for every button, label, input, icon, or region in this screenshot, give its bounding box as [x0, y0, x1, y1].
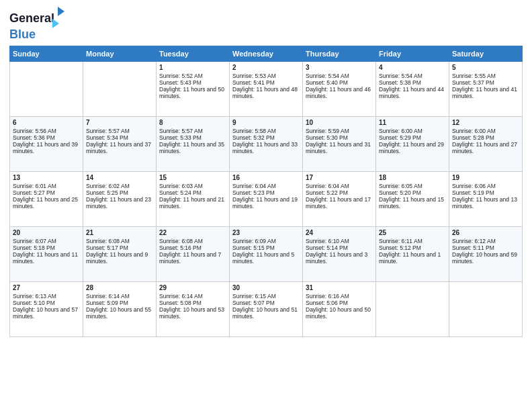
- day-info: Daylight: 10 hours and 53 minutes.: [159, 306, 226, 320]
- day-info: Daylight: 11 hours and 39 minutes.: [13, 141, 80, 154]
- day-info: Sunrise: 6:14 AM: [86, 293, 153, 300]
- day-info: Sunset: 5:27 PM: [13, 189, 80, 196]
- day-number: 28: [86, 284, 153, 291]
- calendar-cell: 13Sunrise: 6:01 AMSunset: 5:27 PMDayligh…: [10, 171, 83, 226]
- calendar-cell: 25Sunrise: 6:11 AMSunset: 5:12 PMDayligh…: [376, 226, 449, 281]
- day-info: Daylight: 11 hours and 11 minutes.: [13, 251, 80, 265]
- day-info: Daylight: 11 hours and 17 minutes.: [306, 196, 373, 210]
- day-info: Daylight: 11 hours and 44 minutes.: [379, 86, 446, 99]
- calendar-cell: 24Sunrise: 6:10 AMSunset: 5:14 PMDayligh…: [303, 226, 376, 281]
- day-info: Sunrise: 6:14 AM: [159, 293, 226, 300]
- calendar-cell: 26Sunrise: 6:12 AMSunset: 5:11 PMDayligh…: [449, 226, 523, 281]
- day-info: Sunrise: 5:53 AM: [232, 73, 300, 79]
- calendar-cell: [10, 61, 83, 116]
- day-number: 16: [232, 174, 300, 181]
- day-info: Daylight: 11 hours and 27 minutes.: [452, 141, 519, 154]
- day-info: Sunset: 5:30 PM: [306, 134, 373, 141]
- day-number: 1: [159, 64, 226, 71]
- day-number: 26: [452, 229, 519, 236]
- day-number: 29: [159, 284, 226, 291]
- calendar-cell: 7Sunrise: 5:57 AMSunset: 5:34 PMDaylight…: [83, 116, 157, 171]
- day-info: Sunset: 5:28 PM: [452, 134, 519, 141]
- day-info: Sunset: 5:22 PM: [306, 189, 373, 196]
- day-info: Sunset: 5:07 PM: [232, 300, 300, 306]
- day-info: Daylight: 10 hours and 50 minutes.: [306, 306, 373, 320]
- day-info: Sunrise: 5:56 AM: [13, 128, 80, 134]
- day-info: Sunrise: 6:12 AM: [452, 238, 519, 244]
- day-info: Sunrise: 5:57 AM: [86, 128, 153, 134]
- day-number: 14: [86, 174, 153, 181]
- day-info: Sunset: 5:08 PM: [159, 300, 226, 306]
- calendar-cell: 22Sunrise: 6:08 AMSunset: 5:16 PMDayligh…: [157, 226, 230, 281]
- day-number: 3: [306, 64, 373, 71]
- day-info: Sunset: 5:37 PM: [452, 79, 519, 86]
- calendar-cell: 3Sunrise: 5:54 AMSunset: 5:40 PMDaylight…: [303, 61, 376, 116]
- day-number: 13: [13, 174, 80, 181]
- day-info: Daylight: 11 hours and 1 minute.: [379, 251, 446, 265]
- day-number: 20: [13, 229, 80, 236]
- weekday-header-wednesday: Wednesday: [230, 46, 303, 61]
- calendar-cell: 29Sunrise: 6:14 AMSunset: 5:08 PMDayligh…: [157, 281, 230, 336]
- day-number: 18: [379, 174, 446, 181]
- day-info: Sunrise: 5:54 AM: [306, 73, 373, 79]
- weekday-header-friday: Friday: [376, 46, 449, 61]
- day-info: Sunrise: 6:03 AM: [159, 183, 226, 189]
- day-info: Daylight: 11 hours and 13 minutes.: [452, 196, 519, 210]
- day-info: Daylight: 11 hours and 50 minutes.: [159, 86, 226, 99]
- calendar-cell: 30Sunrise: 6:15 AMSunset: 5:07 PMDayligh…: [230, 281, 303, 336]
- day-info: Daylight: 11 hours and 7 minutes.: [159, 251, 226, 265]
- day-number: 6: [13, 119, 80, 126]
- day-info: Sunset: 5:09 PM: [86, 300, 153, 306]
- calendar-cell: 19Sunrise: 6:06 AMSunset: 5:19 PMDayligh…: [449, 171, 523, 226]
- day-info: Sunrise: 6:10 AM: [306, 238, 373, 244]
- day-info: Sunset: 5:19 PM: [452, 189, 519, 196]
- day-info: Sunrise: 6:02 AM: [86, 183, 153, 189]
- day-info: Daylight: 10 hours and 57 minutes.: [13, 306, 80, 320]
- day-info: Sunrise: 6:04 AM: [232, 183, 300, 189]
- day-info: Sunset: 5:29 PM: [379, 134, 446, 141]
- day-number: 27: [13, 284, 80, 291]
- calendar-cell: 6Sunrise: 5:56 AMSunset: 5:36 PMDaylight…: [10, 116, 83, 171]
- day-info: Sunset: 5:23 PM: [232, 189, 300, 196]
- day-info: Daylight: 11 hours and 46 minutes.: [306, 86, 373, 99]
- day-info: Sunset: 5:32 PM: [232, 134, 300, 141]
- day-info: Daylight: 10 hours and 59 minutes.: [452, 251, 519, 265]
- day-info: Sunset: 5:24 PM: [159, 189, 226, 196]
- day-info: Daylight: 11 hours and 9 minutes.: [86, 251, 153, 265]
- calendar-cell: 17Sunrise: 6:04 AMSunset: 5:22 PMDayligh…: [303, 171, 376, 226]
- calendar-cell: [376, 281, 449, 336]
- calendar-cell: 10Sunrise: 5:59 AMSunset: 5:30 PMDayligh…: [303, 116, 376, 171]
- day-info: Sunrise: 6:11 AM: [379, 238, 446, 244]
- day-info: Sunrise: 6:16 AM: [306, 293, 373, 300]
- weekday-header-monday: Monday: [83, 46, 157, 61]
- calendar-cell: [83, 61, 157, 116]
- calendar-cell: 23Sunrise: 6:09 AMSunset: 5:15 PMDayligh…: [230, 226, 303, 281]
- day-info: Sunrise: 6:08 AM: [86, 238, 153, 244]
- day-info: Sunset: 5:34 PM: [86, 134, 153, 141]
- day-info: Sunset: 5:12 PM: [379, 244, 446, 251]
- day-info: Sunrise: 6:13 AM: [13, 293, 80, 300]
- day-number: 22: [159, 229, 226, 236]
- calendar-cell: 28Sunrise: 6:14 AMSunset: 5:09 PMDayligh…: [83, 281, 157, 336]
- day-number: 9: [232, 119, 300, 126]
- day-info: Sunrise: 5:59 AM: [306, 128, 373, 134]
- calendar-cell: 8Sunrise: 5:57 AMSunset: 5:33 PMDaylight…: [157, 116, 230, 171]
- day-info: Sunrise: 5:52 AM: [159, 73, 226, 79]
- day-info: Sunset: 5:14 PM: [306, 244, 373, 251]
- day-info: Daylight: 11 hours and 5 minutes.: [232, 251, 300, 265]
- day-number: 12: [452, 119, 519, 126]
- day-info: Sunrise: 5:55 AM: [452, 73, 519, 79]
- calendar-cell: 21Sunrise: 6:08 AMSunset: 5:17 PMDayligh…: [83, 226, 157, 281]
- day-info: Sunset: 5:38 PM: [379, 79, 446, 86]
- day-info: Sunset: 5:40 PM: [306, 79, 373, 86]
- day-info: Sunrise: 6:05 AM: [379, 183, 446, 189]
- day-info: Sunset: 5:43 PM: [159, 79, 226, 86]
- day-info: Sunrise: 6:15 AM: [232, 293, 300, 300]
- day-info: Sunrise: 6:04 AM: [306, 183, 373, 189]
- day-number: 8: [159, 119, 226, 126]
- calendar-cell: 18Sunrise: 6:05 AMSunset: 5:20 PMDayligh…: [376, 171, 449, 226]
- day-info: Sunset: 5:16 PM: [159, 244, 226, 251]
- calendar-cell: 4Sunrise: 5:54 AMSunset: 5:38 PMDaylight…: [376, 61, 449, 116]
- day-info: Sunrise: 6:00 AM: [379, 128, 446, 134]
- day-info: Sunrise: 6:08 AM: [159, 238, 226, 244]
